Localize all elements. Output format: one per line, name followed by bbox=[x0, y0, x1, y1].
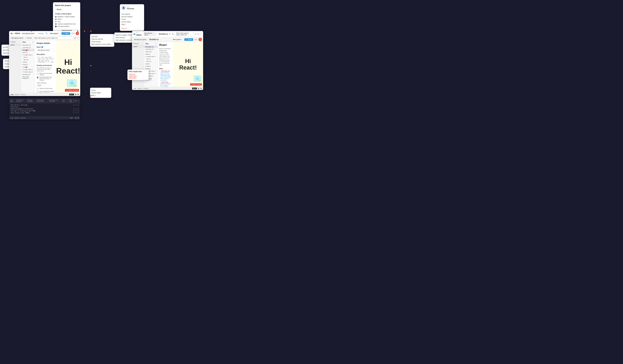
radio-static[interactable]: Static site aka classic website bbox=[37, 73, 54, 76]
user-avatar-button[interactable]: U bbox=[76, 32, 79, 35]
readme-folder-1[interactable]: ▼ folder name 1 bbox=[144, 55, 157, 58]
footer-tab-logs[interactable]: Logs bbox=[10, 94, 14, 95]
file-ext-1[interactable]: file.ext bbox=[21, 56, 35, 59]
readme-eye-icon[interactable]: 👁 bbox=[169, 33, 171, 35]
radio-nojs-input[interactable] bbox=[37, 91, 39, 93]
readme-settings-icon[interactable]: ⚙ bbox=[200, 87, 202, 90]
footer-tab-terminal[interactable]: Terminal bbox=[21, 94, 26, 95]
readme-refresh-icon[interactable]: ↺ bbox=[195, 33, 196, 35]
readme-toggle-control[interactable] bbox=[194, 39, 198, 40]
readme-grid-icon[interactable]: ⊞ bbox=[198, 87, 199, 90]
toggle-switch[interactable] bbox=[71, 33, 75, 34]
menu-help[interactable]: Help ↗ bbox=[121, 23, 143, 26]
readme-new-project-btn[interactable]: New project + bbox=[172, 38, 183, 41]
readme-avatar-btn[interactable]: U bbox=[199, 38, 202, 41]
file-readme[interactable]: README.md bbox=[21, 44, 35, 46]
readme-sidebar-settings[interactable]: Settings bbox=[132, 42, 144, 45]
name-input[interactable] bbox=[37, 49, 54, 52]
search-icon[interactable]: 🔍 bbox=[45, 32, 48, 35]
description-textarea[interactable]: A a cool app that does this rad thing an… bbox=[37, 56, 54, 62]
more-options-icon[interactable]: ⋮ bbox=[77, 37, 79, 39]
project-option-custom[interactable]: Custom compiled front end bbox=[55, 23, 78, 25]
other-sparkle-link[interactable]: Sparkle Party bbox=[129, 75, 147, 77]
readme-remix-glitch-btn[interactable]: ✦ Remix on Glitch bbox=[190, 83, 202, 86]
readme-footer-logs[interactable]: Logs bbox=[133, 88, 136, 89]
add-file-button[interactable]: + bbox=[32, 41, 33, 43]
project-name-badge[interactable]: dent-glossy-sprint bbox=[21, 32, 35, 35]
readme-script1[interactable]: script.js bbox=[144, 63, 157, 65]
footer-tab-rewind[interactable]: Rewind bbox=[15, 94, 19, 95]
file-index[interactable]: index.html bbox=[21, 49, 35, 51]
output-dir-input[interactable] bbox=[37, 84, 49, 87]
readme-file-style[interactable]: style.css bbox=[144, 53, 157, 55]
forum-link[interactable]: Forum bbox=[91, 89, 110, 91]
copy-live-link-option[interactable]: Copy live site link bbox=[91, 38, 113, 40]
radio-generated-input[interactable] bbox=[37, 77, 39, 79]
file-script2[interactable]: script2.js bbox=[21, 63, 35, 66]
readme-urlbar-badge[interactable]: dent-glossy-sprint bbox=[133, 39, 147, 41]
pause-button[interactable]: ⏸ bbox=[74, 37, 76, 39]
terminal-footer-tab-rewind[interactable]: Rewind bbox=[15, 117, 19, 119]
sidebar-settings[interactable]: Settings bbox=[9, 40, 21, 44]
readme-search-icon[interactable]: 🔍 bbox=[172, 33, 174, 35]
radio-generated[interactable]: Generated static site: React, Eleventy, … bbox=[37, 76, 54, 81]
terminal-grid-icon[interactable]: ⊞ bbox=[75, 117, 76, 119]
radio-static-input[interactable] bbox=[37, 73, 39, 75]
terminal-footer-tab-terminal[interactable]: Terminal bbox=[20, 117, 25, 119]
folder-2[interactable]: ▼ folder name 2 bbox=[21, 68, 35, 71]
readme-file-index[interactable]: index.html bbox=[144, 51, 157, 53]
other-robot-link[interactable]: Robot Game bbox=[129, 77, 147, 79]
readme-add-file-btn[interactable]: + bbox=[155, 43, 156, 45]
grid-icon[interactable]: ⊞ bbox=[75, 93, 76, 96]
readme-footer-terminal[interactable]: Terminal bbox=[143, 88, 148, 89]
clear-logs-button[interactable]: Clear logs bbox=[67, 99, 74, 102]
terminal-settings-icon[interactable]: ⚙ bbox=[77, 117, 79, 119]
file-ext-2[interactable]: file1.ext bbox=[21, 59, 35, 61]
file-script1[interactable]: script.js bbox=[21, 61, 35, 63]
readme-project-badge[interactable]: dent-glossy-sprint bbox=[143, 32, 156, 36]
toggle-control[interactable] bbox=[71, 33, 75, 34]
readme-toggle[interactable] bbox=[194, 39, 198, 40]
readme-share-btn[interactable]: 🔗 Share bbox=[184, 38, 193, 41]
help-link[interactable]: Help ↗ bbox=[91, 94, 110, 97]
radio-nodejs[interactable]: Node.js full stack app bbox=[37, 88, 54, 90]
readme-file-readme[interactable]: README.md bbox=[144, 46, 157, 48]
menu-account-settings[interactable]: Account settings bbox=[121, 15, 143, 18]
settings-icon[interactable]: ⚙ bbox=[77, 93, 79, 96]
terminal-footer-tab-logs[interactable]: Logs bbox=[10, 117, 13, 119]
other-pizza-link[interactable]: Pizzas API bbox=[129, 73, 147, 75]
urlbar-project-badge[interactable]: dent-glossy-sprint bbox=[10, 37, 24, 39]
file-package[interactable]: package.json bbox=[21, 73, 35, 76]
menu-your-projects[interactable]: Your projects bbox=[121, 13, 143, 15]
readme-file-license[interactable]: LICENSE.md bbox=[144, 48, 157, 51]
radio-nodejs-input[interactable] bbox=[37, 88, 39, 90]
signout-button[interactable]: Sign out bbox=[121, 27, 143, 29]
radio-nojs[interactable]: Non-JavaScript projects: Python, PHP, et… bbox=[37, 91, 54, 93]
menu-forum[interactable]: Forum bbox=[121, 18, 143, 20]
folder-1[interactable]: ▼ folder name 1 bbox=[21, 54, 35, 56]
terminal-more-icon[interactable]: ⋮ bbox=[77, 100, 79, 102]
readme-script2[interactable]: script2.js bbox=[144, 65, 157, 67]
copy-link-option[interactable]: Copy link bbox=[91, 35, 113, 38]
project-option-react[interactable]: React bbox=[55, 18, 78, 20]
open-new-window-option[interactable]: Open preview in new window bbox=[91, 43, 113, 45]
name-info-icon[interactable]: ? bbox=[41, 46, 43, 48]
new-project-button[interactable]: New project + bbox=[49, 32, 61, 35]
readme-more-icon[interactable]: ⋮ bbox=[200, 33, 202, 35]
more-button[interactable]: ⋯ bbox=[32, 66, 33, 68]
service-status-link[interactable]: Service status bbox=[91, 91, 110, 94]
file-license[interactable]: LICENSE.md bbox=[21, 46, 35, 49]
readme-footer-rewind[interactable]: Rewind bbox=[137, 88, 142, 89]
readme-file-ext[interactable]: file.ext bbox=[144, 58, 157, 60]
remix-button[interactable]: Remix bbox=[55, 8, 63, 11]
readme-file-ext2[interactable]: file1.ext bbox=[144, 60, 157, 63]
close-preview-option[interactable]: Close preview bbox=[91, 40, 113, 43]
readme-pause-btn[interactable]: ⏸ bbox=[197, 33, 199, 35]
share-button[interactable]: 🔗 Share bbox=[62, 32, 70, 35]
project-option-website[interactable]: Website™ Classic Edition bbox=[55, 16, 78, 18]
terminal-expand-icon[interactable]: ⊞ bbox=[75, 100, 76, 102]
file-style[interactable]: style.css bbox=[21, 51, 35, 54]
menu-service-status[interactable]: Service status bbox=[121, 20, 143, 23]
sidebar-assets[interactable]: Assets bbox=[9, 44, 21, 46]
file-longname[interactable]: data-really-longname-... bbox=[21, 76, 35, 80]
